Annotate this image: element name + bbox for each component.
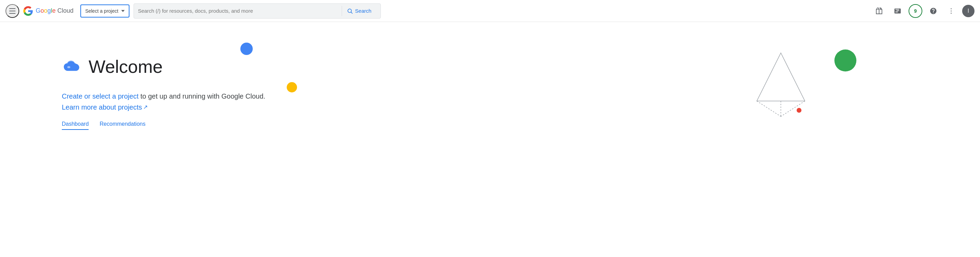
svg-marker-5	[757, 53, 805, 101]
project-selector-label: Select a project	[85, 8, 118, 14]
search-container: Search	[134, 3, 381, 19]
svg-line-7	[757, 101, 781, 117]
welcome-section: Welcome Create or select a project to ge…	[62, 56, 266, 130]
welcome-header: Welcome	[62, 56, 266, 77]
whats-new-button[interactable]	[873, 4, 886, 18]
svg-point-2	[951, 8, 952, 9]
search-button[interactable]: Search	[342, 6, 376, 16]
more-vertical-icon	[947, 7, 955, 15]
external-link-icon: ↗	[143, 103, 148, 112]
avatar-letter: I	[968, 8, 969, 14]
welcome-title: Welcome	[89, 56, 163, 77]
tab-dashboard[interactable]: Dashboard	[62, 121, 89, 130]
search-input[interactable]	[138, 8, 339, 14]
tab-recommendations-label: Recommendations	[100, 121, 145, 127]
welcome-description: Create or select a project to get up and…	[62, 91, 266, 113]
google-g-icon	[23, 6, 33, 16]
terminal-icon	[894, 7, 901, 15]
description-text: to get up and running with Google Cloud.	[140, 93, 266, 100]
tab-dashboard-label: Dashboard	[62, 121, 89, 127]
hamburger-icon	[9, 8, 16, 14]
cloud-shell-button[interactable]	[891, 4, 904, 18]
hamburger-menu-button[interactable]	[5, 4, 19, 18]
decorative-yellow-dot	[287, 82, 297, 93]
search-button-label: Search	[355, 8, 372, 14]
help-button[interactable]	[926, 4, 940, 18]
svg-line-8	[781, 101, 805, 117]
decorative-triangle	[753, 49, 802, 104]
create-project-link[interactable]: Create or select a project	[62, 93, 138, 100]
learn-more-link[interactable]: Learn more about projects ↗	[62, 102, 148, 113]
project-selector-button[interactable]: Select a project	[80, 5, 129, 18]
svg-point-0	[348, 9, 352, 13]
more-options-button[interactable]	[944, 4, 958, 18]
svg-point-3	[951, 10, 952, 11]
tab-recommendations[interactable]: Recommendations	[100, 121, 145, 130]
google-cloud-text: Google Cloud	[36, 7, 73, 14]
google-cloud-product-icon	[62, 59, 82, 75]
learn-more-label: Learn more about projects	[62, 102, 142, 113]
top-navigation: Google Cloud Select a project Search	[0, 0, 980, 22]
svg-line-1	[351, 12, 352, 13]
chevron-down-icon	[121, 10, 125, 12]
user-avatar-button[interactable]: I	[962, 5, 975, 17]
notification-badge[interactable]: 9	[908, 4, 922, 18]
notification-count: 9	[914, 8, 917, 14]
decorative-green-dot	[834, 49, 856, 72]
search-icon	[347, 8, 353, 14]
gift-icon	[876, 7, 883, 15]
google-cloud-logo[interactable]: Google Cloud	[23, 6, 73, 16]
help-icon	[929, 7, 937, 15]
svg-point-9	[67, 66, 70, 69]
main-content: Welcome Create or select a project to ge…	[0, 22, 980, 257]
decorative-blue-dot	[240, 43, 253, 55]
svg-point-4	[951, 13, 952, 14]
tabs-row: Dashboard Recommendations	[62, 121, 266, 130]
